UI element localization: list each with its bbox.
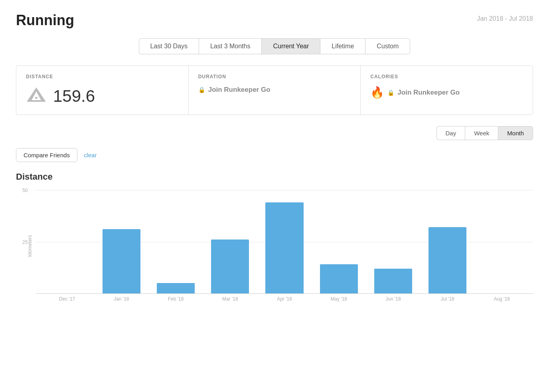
- x-label: Apr '18: [257, 296, 312, 302]
- bar-column: [203, 190, 257, 293]
- bar: [157, 283, 195, 293]
- distance-label: DISTANCE: [26, 74, 179, 79]
- x-label: Mar '18: [203, 296, 257, 302]
- bar-column: [148, 190, 203, 293]
- x-label: Jan '18: [94, 296, 148, 302]
- bar-column: [94, 190, 148, 293]
- distance-card: DISTANCE 159.6: [16, 66, 189, 115]
- bar-column: [421, 190, 475, 293]
- x-label: Dec '17: [40, 296, 94, 302]
- bar-column: [475, 190, 529, 293]
- view-toggle: Day Week Month: [436, 126, 533, 140]
- bar-column: [257, 190, 312, 293]
- bar: [429, 227, 466, 293]
- view-day-btn[interactable]: Day: [436, 126, 465, 140]
- chart-area: 50 25: [36, 190, 533, 294]
- filter-last-30-days[interactable]: Last 30 Days: [139, 38, 199, 54]
- stats-row: DISTANCE 159.6 DURATION 🔒 Join Runkeeper…: [16, 65, 533, 115]
- time-filter-bar: Last 30 Days Last 3 Months Current Year …: [16, 38, 533, 54]
- duration-join-text: Join Runkeeper Go: [208, 86, 271, 94]
- view-week-btn[interactable]: Week: [465, 126, 498, 140]
- chart-controls: Day Week Month: [16, 126, 533, 140]
- bar: [211, 240, 249, 293]
- calories-card: CALORIES 🔥 🔒 Join Runkeeper Go: [361, 66, 533, 115]
- x-label: May '18: [312, 296, 366, 302]
- filter-current-year[interactable]: Current Year: [261, 38, 320, 54]
- clear-link[interactable]: clear: [84, 152, 97, 158]
- x-label: Jun '18: [366, 296, 420, 302]
- calories-join-text: Join Runkeeper Go: [397, 89, 460, 97]
- compare-friends-button[interactable]: Compare Friends: [16, 148, 77, 162]
- chart-container: kilometers 50 25 Dec '17Jan '18Feb '18Ma…: [36, 190, 533, 302]
- bar: [103, 229, 140, 293]
- bar-column: [40, 190, 94, 293]
- page-header: Running Jan 2018 - Jul 2018: [16, 12, 533, 29]
- chart-section: Distance kilometers 50 25 Dec '17Jan '18…: [16, 172, 533, 302]
- calories-flame-icon: 🔥: [370, 86, 384, 99]
- bar-column: [312, 190, 366, 293]
- x-labels: Dec '17Jan '18Feb '18Mar '18Apr '18May '…: [36, 296, 533, 302]
- duration-label: DURATION: [198, 74, 351, 79]
- x-label: Jul '18: [421, 296, 475, 302]
- grid-label-50: 50: [22, 188, 28, 193]
- grid-label-25: 25: [22, 240, 28, 245]
- distance-value-row: 159.6: [26, 86, 179, 107]
- friends-row: Compare Friends clear: [16, 148, 533, 162]
- bars-wrapper: [36, 190, 533, 293]
- chart-title: Distance: [16, 172, 533, 182]
- date-range: Jan 2018 - Jul 2018: [477, 15, 533, 22]
- duration-card: DURATION 🔒 Join Runkeeper Go: [189, 66, 361, 115]
- filter-lifetime[interactable]: Lifetime: [320, 38, 365, 54]
- calories-locked: 🔥 🔒 Join Runkeeper Go: [370, 86, 523, 99]
- duration-lock-icon: 🔒: [198, 87, 205, 93]
- view-month-btn[interactable]: Month: [498, 126, 533, 140]
- page-title: Running: [16, 12, 74, 29]
- duration-locked: 🔒 Join Runkeeper Go: [198, 86, 351, 94]
- calories-lock-icon: 🔒: [387, 89, 394, 96]
- bar: [374, 269, 412, 293]
- y-axis-label: kilometers: [27, 235, 33, 257]
- x-label: Feb '18: [148, 296, 203, 302]
- calories-label: CALORIES: [370, 74, 523, 79]
- bar-column: [366, 190, 420, 293]
- bar: [320, 264, 358, 293]
- filter-last-3-months[interactable]: Last 3 Months: [199, 38, 262, 54]
- bar: [265, 202, 303, 293]
- x-label: Aug '18: [475, 296, 529, 302]
- distance-icon: [26, 86, 47, 107]
- filter-custom[interactable]: Custom: [365, 38, 410, 54]
- distance-value: 159.6: [53, 87, 95, 106]
